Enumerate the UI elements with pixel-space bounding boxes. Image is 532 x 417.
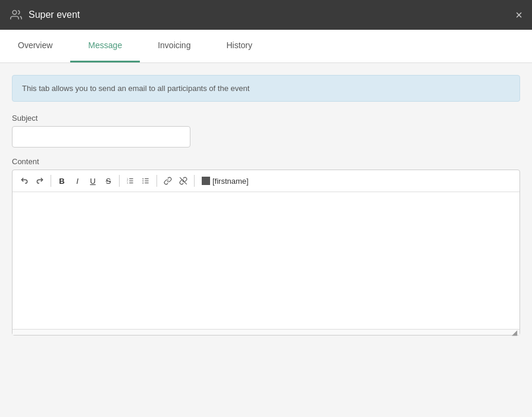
- underline-button[interactable]: U: [86, 174, 100, 188]
- svg-point-11: [142, 180, 143, 181]
- subject-label: Subject: [12, 114, 520, 123]
- content-group: Content B I U S: [12, 157, 520, 336]
- separator-1: [51, 175, 51, 187]
- strikethrough-button[interactable]: S: [101, 174, 115, 188]
- main-content: This tab allows you to send an email to …: [0, 63, 532, 417]
- redo-button[interactable]: [33, 174, 47, 188]
- unlink-button[interactable]: [176, 174, 190, 188]
- link-button[interactable]: [161, 174, 175, 188]
- info-banner: This tab allows you to send an email to …: [12, 75, 520, 102]
- bold-button[interactable]: B: [55, 174, 69, 188]
- header-left: Super event: [10, 8, 80, 21]
- modal-header: Super event ×: [0, 0, 532, 30]
- info-banner-text: This tab allows you to send an email to …: [22, 84, 249, 93]
- tab-invoicing[interactable]: Invoicing: [140, 30, 208, 62]
- modal-title: Super event: [29, 10, 80, 20]
- svg-point-12: [142, 183, 143, 184]
- separator-4: [194, 175, 195, 187]
- firstname-tag-button[interactable]: [firstname]: [198, 175, 252, 187]
- unordered-list-button[interactable]: [139, 174, 153, 188]
- subject-group: Subject: [12, 114, 520, 148]
- svg-text:3.: 3.: [127, 182, 129, 184]
- resize-handle-icon: ◢: [512, 328, 517, 337]
- tab-overview[interactable]: Overview: [0, 30, 70, 62]
- undo-button[interactable]: [17, 174, 32, 188]
- italic-button[interactable]: I: [70, 174, 85, 188]
- svg-point-10: [142, 178, 143, 180]
- editor-container: B I U S 1. 2. 3.: [12, 170, 520, 336]
- tab-bar: Overview Message Invoicing History: [0, 30, 532, 63]
- content-label: Content: [12, 157, 520, 166]
- ordered-list-button[interactable]: 1. 2. 3.: [123, 174, 137, 188]
- editor-resize-bar: ◢: [12, 329, 520, 335]
- editor-toolbar: B I U S 1. 2. 3.: [12, 170, 520, 192]
- subject-input[interactable]: [12, 126, 190, 148]
- separator-2: [119, 175, 120, 187]
- tag-label: [firstname]: [212, 177, 249, 186]
- separator-3: [157, 175, 157, 187]
- tab-history[interactable]: History: [208, 30, 270, 62]
- tab-message[interactable]: Message: [70, 30, 140, 62]
- editor-area[interactable]: [12, 192, 520, 329]
- svg-point-0: [12, 11, 17, 15]
- close-button[interactable]: ×: [515, 8, 522, 22]
- users-icon: [10, 8, 23, 21]
- tag-icon: [202, 177, 210, 185]
